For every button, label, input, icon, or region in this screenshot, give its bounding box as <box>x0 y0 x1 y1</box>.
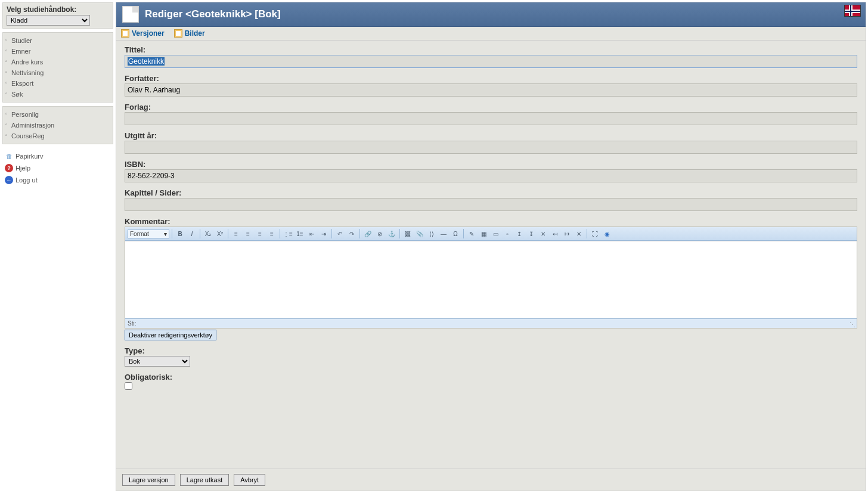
deactivate-editor-button[interactable]: Deaktiver redigeringsverktøy <box>125 330 216 340</box>
table-row-props-button[interactable]: ▭ <box>490 228 501 239</box>
footer-actions: Lagre versjon Lagre utkast Avbryt <box>116 469 866 491</box>
isbn-input[interactable] <box>125 169 857 182</box>
insert-row-before-button[interactable]: ↥ <box>514 228 525 239</box>
author-label: Forfatter: <box>125 74 857 83</box>
superscript-button[interactable]: X² <box>215 228 225 239</box>
handbook-select-label: Velg studiehåndbok: <box>7 5 109 14</box>
nav-papirkurv[interactable]: Papirkurv <box>16 153 43 160</box>
nav-logg-ut[interactable]: Logg ut <box>16 176 38 184</box>
nav-nettvisning[interactable]: Nettvisning <box>11 69 44 76</box>
undo-button[interactable]: ↶ <box>334 228 345 239</box>
flag-norway-icon[interactable] <box>844 5 861 17</box>
tab-versjoner-label: Versjoner <box>132 29 165 38</box>
form-content: Tittel: Geoteknikk Forfatter: Forlag: Ut… <box>116 41 866 402</box>
delete-row-button[interactable]: ✕ <box>538 228 548 239</box>
cancel-button[interactable]: Avbryt <box>234 474 265 486</box>
handbook-selector-block: Velg studiehåndbok: Kladd <box>2 2 113 29</box>
publisher-label: Forlag: <box>125 103 857 111</box>
rich-text-editor: Format▾ B I X₂ X² ≡ ≡ ≡ ≡ ⋮≡ <box>125 227 857 328</box>
nav-andre-kurs[interactable]: Andre kurs <box>11 58 43 66</box>
tab-bar: Versjoner Bilder <box>116 27 866 41</box>
bold-button[interactable]: B <box>175 228 185 239</box>
subscript-button[interactable]: X₂ <box>203 228 213 239</box>
handbook-select[interactable]: Kladd <box>7 15 90 26</box>
type-select[interactable]: Bok <box>125 356 190 367</box>
nav-coursereg[interactable]: CourseReg <box>11 132 45 139</box>
chapter-input[interactable] <box>125 198 857 211</box>
nav-emner[interactable]: Emner <box>11 48 30 55</box>
delete-col-button[interactable]: ✕ <box>574 228 584 239</box>
save-draft-button[interactable]: Lagre utkast <box>180 474 230 486</box>
edit-html-button[interactable]: ✎ <box>466 228 477 239</box>
nav-sok[interactable]: Søk <box>11 91 23 98</box>
help-icon: ? <box>5 164 13 172</box>
sidebar-util: 🗑 Papirkurv ? Hjelp ← Logg ut <box>2 148 113 188</box>
table-cell-props-button[interactable]: ▫ <box>502 228 513 239</box>
nav-personlig[interactable]: Personlig <box>11 111 39 118</box>
page-header: Rediger <Geoteknikk> [Bok] <box>116 2 866 27</box>
app-root: Velg studiehåndbok: Kladd Studier Emner … <box>0 0 868 493</box>
editor-status-bar: Sti: <box>125 318 857 328</box>
link-button[interactable]: 🔗 <box>362 228 373 239</box>
author-input[interactable] <box>125 83 857 97</box>
align-right-button[interactable]: ≡ <box>255 228 265 239</box>
nav-eksport[interactable]: Eksport <box>11 80 33 87</box>
nav-studier[interactable]: Studier <box>11 37 32 44</box>
title-label: Tittel: <box>125 45 857 54</box>
chapter-label: Kapittel / Sider: <box>125 188 857 197</box>
code-button[interactable]: ⟨⟩ <box>426 228 437 239</box>
hr-button[interactable]: — <box>438 228 449 239</box>
tab-bilder-label: Bilder <box>185 29 205 38</box>
nav-administrasjon[interactable]: Administrasjon <box>11 122 54 129</box>
editor-toolbar: Format▾ B I X₂ X² ≡ ≡ ≡ ≡ ⋮≡ <box>125 227 857 241</box>
special-char-button[interactable]: Ω <box>450 228 461 239</box>
save-version-button[interactable]: Lagre versjon <box>122 474 175 486</box>
edit-icon <box>121 29 129 38</box>
edit-icon <box>174 29 182 38</box>
sidebar-nav-admin: Personlig Administrasjon CourseReg <box>2 106 113 144</box>
tab-versjoner[interactable]: Versjoner <box>121 29 165 38</box>
redo-button[interactable]: ↷ <box>346 228 357 239</box>
align-justify-button[interactable]: ≡ <box>266 228 277 239</box>
number-list-button[interactable]: 1≡ <box>294 228 305 239</box>
outdent-button[interactable]: ⇤ <box>306 228 317 239</box>
title-input[interactable]: Geoteknikk <box>125 55 857 68</box>
year-input[interactable] <box>125 141 857 154</box>
image-button[interactable]: 🖼 <box>402 228 413 239</box>
main-panel: Rediger <Geoteknikk> [Bok] Versjoner Bil… <box>116 2 866 491</box>
align-center-button[interactable]: ≡ <box>243 228 253 239</box>
publisher-input[interactable] <box>125 112 857 125</box>
title-value: Geoteknikk <box>128 57 165 66</box>
italic-button[interactable]: I <box>187 228 197 239</box>
nav-hjelp[interactable]: Hjelp <box>16 165 30 172</box>
isbn-label: ISBN: <box>125 160 857 169</box>
logout-icon: ← <box>5 176 13 184</box>
unlink-button[interactable]: ⊘ <box>374 228 385 239</box>
align-left-button[interactable]: ≡ <box>231 228 241 239</box>
editor-help-button[interactable]: ◉ <box>602 228 612 239</box>
mandatory-checkbox[interactable] <box>125 382 132 390</box>
table-button[interactable]: ▦ <box>478 228 489 239</box>
format-select[interactable]: Format▾ <box>128 230 169 238</box>
insert-col-after-button[interactable]: ↦ <box>562 228 572 239</box>
tab-bilder[interactable]: Bilder <box>174 29 205 38</box>
document-icon <box>122 6 139 23</box>
attachment-button[interactable]: 📎 <box>414 228 425 239</box>
year-label: Utgitt år: <box>125 131 857 140</box>
editor-body[interactable] <box>125 241 857 318</box>
type-label: Type: <box>125 346 857 355</box>
insert-row-after-button[interactable]: ↧ <box>526 228 537 239</box>
bullet-list-button[interactable]: ⋮≡ <box>283 228 293 239</box>
sidebar-nav-main: Studier Emner Andre kurs Nettvisning Eks… <box>2 32 113 103</box>
fullscreen-button[interactable]: ⛶ <box>590 228 600 239</box>
comment-label: Kommentar: <box>125 217 857 226</box>
sidebar: Velg studiehåndbok: Kladd Studier Emner … <box>0 0 116 493</box>
mandatory-label: Obligatorisk: <box>125 373 857 382</box>
anchor-button[interactable]: ⚓ <box>386 228 397 239</box>
page-title: Rediger <Geoteknikk> [Bok] <box>145 8 281 20</box>
indent-button[interactable]: ⇥ <box>318 228 329 239</box>
trash-icon: 🗑 <box>5 152 13 160</box>
insert-col-before-button[interactable]: ↤ <box>550 228 560 239</box>
